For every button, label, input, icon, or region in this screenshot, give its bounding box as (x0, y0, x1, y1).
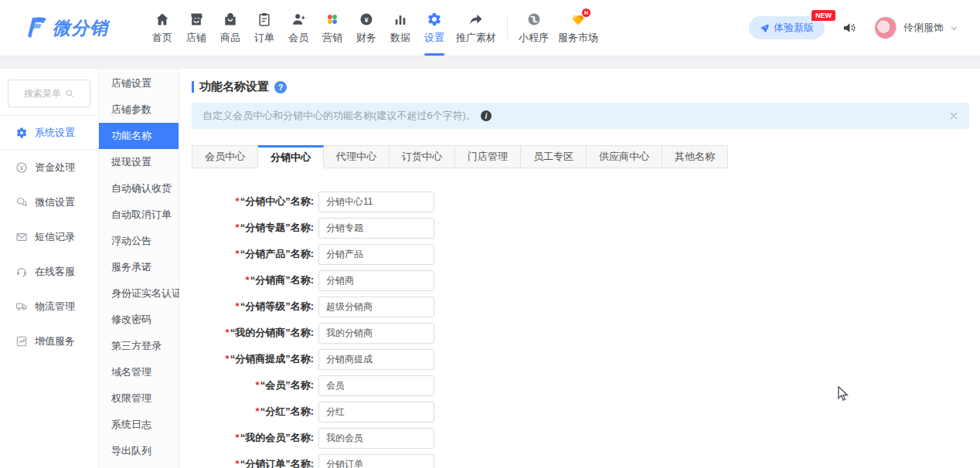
info-icon[interactable]: i (481, 110, 492, 121)
notice-text: 自定义会员中心和分销中心的功能名称(建议不超过6个字符)。 (202, 109, 476, 123)
nav-label: 商品 (220, 31, 240, 45)
search-icon (65, 89, 74, 98)
tab-staff-zone[interactable]: 员工专区 (521, 145, 587, 168)
announcement-speaker-icon[interactable] (842, 20, 857, 36)
distributor-commission-name-input[interactable] (318, 349, 434, 370)
field-label: *“分销商”名称: (192, 273, 314, 287)
distribution-level-name-input[interactable] (318, 297, 434, 317)
nav-label: 店铺 (186, 31, 206, 45)
field-label: *“我的分销商”名称: (192, 326, 314, 340)
nav-divider (507, 16, 508, 39)
form-row: *“分销订单”名称: (192, 451, 969, 468)
submenu-item-function-names[interactable]: 功能名称 (99, 123, 179, 149)
distribution-product-name-input[interactable] (318, 244, 434, 265)
my-member-name-input[interactable] (318, 428, 434, 449)
tab-agent-center[interactable]: 代理中心 (324, 145, 390, 168)
submenu-item-permissions[interactable]: 权限管理 (99, 385, 179, 412)
distributor-name-input[interactable] (318, 270, 434, 291)
try-new-version-button[interactable]: 体验新版 NEW (749, 16, 825, 39)
my-distributor-name-input[interactable] (318, 323, 434, 344)
nav-label: 设置 (424, 31, 444, 45)
sidebar-item-online-service[interactable]: 在线客服 (0, 254, 98, 289)
user-menu[interactable]: 伶俐服饰 (874, 16, 958, 39)
shopping-bag-icon (223, 12, 238, 27)
submenu-item-third-party-login[interactable]: 第三方登录 (99, 333, 179, 359)
submenu-item-export-queue[interactable]: 导出队列 (99, 438, 179, 464)
menu-search-input[interactable]: 搜索菜单 (8, 80, 90, 107)
app-logo[interactable]: 微分销 (26, 16, 142, 40)
required-mark: * (236, 300, 240, 312)
sidebar-item-funds[interactable]: 资金处理 (0, 150, 98, 185)
notice-banner: 自定义会员中心和分销中心的功能名称(建议不超过6个字符)。 i (192, 103, 969, 129)
sidebar-item-logistics[interactable]: 物流管理 (0, 289, 98, 324)
dividend-name-input[interactable] (318, 402, 434, 422)
page-title: 功能名称设置 ? (192, 80, 969, 94)
nav-label: 服务市场 (558, 31, 598, 45)
nav-goods[interactable]: 商品 (213, 0, 247, 56)
nav-label: 数据 (390, 31, 410, 45)
required-mark: * (246, 274, 250, 286)
distribution-center-name-input[interactable] (318, 192, 434, 212)
submenu-item-domain[interactable]: 域名管理 (99, 359, 179, 385)
gear-icon (427, 12, 442, 27)
sidebar-item-label: 资金处理 (35, 161, 75, 175)
submenu-item-auto-confirm[interactable]: 自动确认收货 (99, 175, 179, 202)
page-body: 搜索菜单 系统设置 资金处理 微信设置 短信记录 在线客服 物流管理 (0, 69, 980, 468)
nav-marketing[interactable]: 营销 (315, 0, 349, 56)
form-row: *“分销专题”名称: (192, 215, 969, 241)
required-mark: * (236, 432, 240, 443)
close-icon[interactable] (949, 111, 958, 120)
trend-chart-icon (15, 335, 28, 348)
field-label: *“分销产品”名称: (192, 247, 314, 261)
tab-purchase-center[interactable]: 订货中心 (390, 145, 455, 168)
distribution-topic-name-input[interactable] (318, 218, 434, 239)
nav-service-market[interactable]: H 服务市场 (553, 0, 603, 56)
share-arrow-icon (468, 12, 484, 27)
tab-supplier-center[interactable]: 供应商中心 (587, 145, 662, 168)
nav-label: 营销 (322, 31, 342, 45)
submenu-item-auto-cancel[interactable]: 自动取消订单 (99, 202, 179, 228)
submenu-item-shop-params[interactable]: 店铺参数 (99, 97, 179, 123)
nav-settings[interactable]: 设置 (417, 0, 451, 56)
truck-icon (15, 300, 28, 313)
help-icon[interactable]: ? (274, 81, 287, 93)
gear-icon (15, 127, 28, 139)
headset-icon (15, 266, 28, 278)
form-row: *“分销产品”名称: (192, 241, 969, 267)
home-icon (155, 12, 170, 27)
submenu-item-id-verify[interactable]: 身份证实名认证 (99, 280, 179, 307)
nav-orders[interactable]: 订单 (247, 0, 281, 56)
new-badge: NEW (812, 10, 835, 21)
nav-promo-material[interactable]: 推广素材 (451, 0, 501, 56)
sidebar-item-wechat[interactable]: 微信设置 (0, 185, 98, 219)
form-row: *“我的分销商”名称: (192, 320, 969, 346)
tab-store-management[interactable]: 门店管理 (455, 145, 521, 168)
submenu-item-service-promise[interactable]: 服务承诺 (99, 254, 179, 280)
submenu-item-withdraw[interactable]: 提现设置 (99, 149, 179, 175)
nav-data[interactable]: 数据 (383, 0, 417, 56)
submenu-item-shop-settings[interactable]: 店铺设置 (99, 70, 179, 97)
tab-other-names[interactable]: 其他名称 (662, 145, 728, 168)
yen-circle-icon (15, 161, 28, 174)
field-label: *“分销专题”名称: (192, 221, 314, 235)
distribution-order-name-input[interactable] (318, 454, 434, 468)
sidebar-item-label: 在线客服 (35, 265, 75, 279)
nav-miniprogram[interactable]: 小程序 (514, 0, 553, 56)
form-row: *“分销商”名称: (192, 267, 969, 293)
tab-member-center[interactable]: 会员中心 (192, 145, 258, 168)
nav-label: 财务 (356, 31, 376, 45)
nav-finance[interactable]: ¥ 财务 (349, 0, 383, 56)
required-mark: * (256, 379, 260, 391)
tab-distribution-center[interactable]: 分销中心 (258, 145, 324, 168)
member-name-input[interactable] (318, 375, 434, 396)
nav-members[interactable]: 会员 (281, 0, 315, 56)
form-row: *“分销商提成”名称: (192, 346, 969, 372)
submenu-item-float-notice[interactable]: 浮动公告 (99, 228, 179, 254)
sidebar-item-value-added[interactable]: 增值服务 (0, 324, 98, 358)
submenu-item-change-password[interactable]: 修改密码 (99, 307, 179, 333)
nav-shop[interactable]: 店铺 (179, 0, 213, 56)
nav-home[interactable]: 首页 (145, 0, 179, 56)
sidebar-item-system-settings[interactable]: 系统设置 (0, 115, 98, 150)
sidebar-item-sms[interactable]: 短信记录 (0, 219, 98, 254)
submenu-item-system-log[interactable]: 系统日志 (99, 412, 179, 438)
